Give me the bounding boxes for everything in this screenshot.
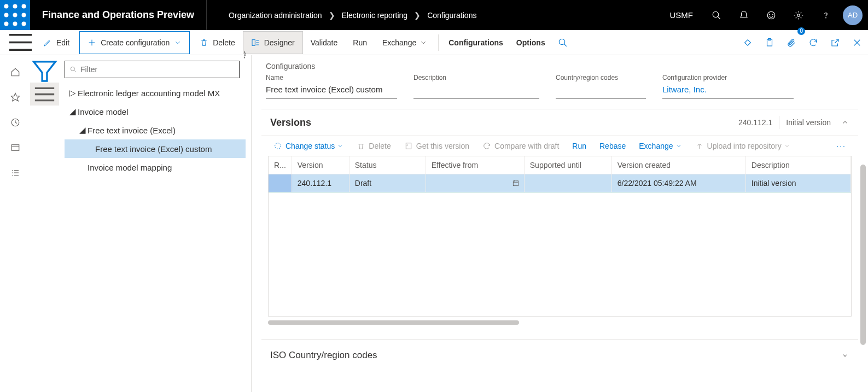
user-avatar[interactable]: AD <box>843 5 863 25</box>
app-launcher-button[interactable] <box>0 0 30 30</box>
legal-entity[interactable]: USMF <box>670 10 703 20</box>
caret-down-icon: ◢ <box>68 107 78 116</box>
search-icon[interactable] <box>703 0 730 30</box>
cell-desc[interactable]: Initial version <box>745 174 850 192</box>
field-value[interactable]: Free text invoice (Excel) custom <box>266 85 397 99</box>
edit-button[interactable]: Edit <box>36 32 77 53</box>
recent-icon[interactable] <box>0 110 30 135</box>
favorites-icon[interactable] <box>0 85 30 110</box>
configurations-tab[interactable]: Configurations <box>442 32 510 53</box>
cell-created[interactable]: 6/22/2021 05:49:22 AM <box>611 174 745 192</box>
field-label: Name <box>266 74 397 81</box>
cell-effective[interactable] <box>426 174 524 192</box>
detail-content: Configurations Name Free text invoice (E… <box>252 55 868 392</box>
field-value[interactable] <box>413 85 539 99</box>
tree-item[interactable]: ▷Electronic ledger accounting model MX <box>65 84 246 102</box>
attachment-badge: 0 <box>797 27 805 35</box>
settings-icon[interactable] <box>785 0 812 30</box>
options-tab[interactable]: Options <box>510 32 552 53</box>
col-r[interactable]: R... <box>269 156 292 174</box>
svg-point-2 <box>22 5 25 8</box>
field-value[interactable]: Litware, Inc. <box>662 85 794 99</box>
svg-rect-27 <box>745 39 751 45</box>
rebase-button[interactable]: Rebase <box>594 139 631 153</box>
svg-line-47 <box>74 71 76 72</box>
cell-supported[interactable] <box>524 174 611 192</box>
list-view-icon[interactable] <box>30 83 59 106</box>
cell-status[interactable]: Draft <box>349 174 426 192</box>
btn-label: Compare with draft <box>494 142 559 150</box>
toggle-nav-button[interactable] <box>5 30 36 55</box>
search-action-icon[interactable] <box>552 30 574 55</box>
create-configuration-button[interactable]: Create configuration <box>79 31 190 54</box>
separator <box>779 116 779 129</box>
versions-section-header[interactable]: Versions 240.112.1 Initial version <box>261 109 858 136</box>
filter-field[interactable] <box>80 65 235 74</box>
grid-empty-area <box>269 192 851 316</box>
col-description[interactable]: Description <box>745 156 850 174</box>
breadcrumb-item[interactable]: Electronic reporting <box>342 11 408 20</box>
svg-rect-49 <box>406 143 411 149</box>
grid-row[interactable]: 240.112.1 Draft 6/22/2021 05:49:22 AM In… <box>269 174 851 192</box>
page-title: Configurations <box>261 62 858 71</box>
notifications-icon[interactable] <box>730 0 758 30</box>
svg-point-6 <box>5 22 8 25</box>
tree-item-selected[interactable]: Free text invoice (Excel) custom <box>65 139 246 158</box>
home-icon[interactable] <box>0 60 30 85</box>
col-status[interactable]: Status <box>349 156 426 174</box>
calendar-icon[interactable] <box>512 179 520 187</box>
feedback-icon[interactable] <box>758 0 785 30</box>
iso-section-header[interactable]: ISO Country/region codes <box>261 340 858 371</box>
svg-point-9 <box>713 11 719 17</box>
action-toolbar: Edit Create configuration Delete Designe… <box>0 30 868 55</box>
run-button[interactable]: Run <box>345 32 375 53</box>
tree-item[interactable]: Invoice model mapping <box>65 158 246 177</box>
run-version-button[interactable]: Run <box>567 139 592 153</box>
btn-label: Delete <box>369 142 391 150</box>
refresh-icon[interactable] <box>802 30 824 55</box>
exchange-button[interactable]: Exchange <box>375 32 435 53</box>
header-fields: Name Free text invoice (Excel) custom De… <box>261 74 858 99</box>
exchange-version-button[interactable]: Exchange <box>633 139 687 153</box>
delete-button[interactable]: Delete <box>192 32 242 53</box>
delete-version-button[interactable]: Delete <box>351 139 396 153</box>
col-created[interactable]: Version created <box>611 156 745 174</box>
edit-label: Edit <box>56 38 69 47</box>
description-field: Description <box>413 74 539 99</box>
horizontal-scrollbar[interactable] <box>268 319 852 326</box>
get-version-button[interactable]: Get this version <box>399 139 475 153</box>
btn-label: Rebase <box>599 142 626 150</box>
svg-point-14 <box>797 14 800 16</box>
compare-button[interactable]: Compare with draft <box>477 139 564 153</box>
breadcrumb-item[interactable]: Organization administration <box>229 11 322 20</box>
popout-icon[interactable] <box>824 30 846 55</box>
col-version[interactable]: Version <box>292 156 349 174</box>
section-title: Versions <box>270 117 311 128</box>
attachments-icon[interactable]: 0 <box>780 30 802 55</box>
cell-version[interactable]: 240.112.1 <box>292 174 349 192</box>
workspace-icon[interactable] <box>0 135 30 160</box>
breadcrumb-item[interactable]: Configurations <box>427 11 476 20</box>
validate-button[interactable]: Validate <box>303 32 346 53</box>
clipboard-icon[interactable] <box>759 30 780 55</box>
close-icon[interactable] <box>846 30 868 55</box>
tree-filter-input[interactable] <box>65 61 240 78</box>
upload-repository-button[interactable]: Upload into repository <box>690 139 796 153</box>
header-right: USMF AD <box>670 0 869 30</box>
provider-field: Configuration provider Litware, Inc. <box>662 74 794 99</box>
scroll-thumb[interactable] <box>268 320 519 325</box>
field-value[interactable] <box>556 85 646 99</box>
col-effective[interactable]: Effective from <box>426 156 524 174</box>
diamond-icon[interactable] <box>737 30 759 55</box>
vertical-scrollbar[interactable] <box>860 165 866 345</box>
tree-item[interactable]: ◢Free text invoice (Excel) <box>65 121 246 139</box>
help-icon[interactable] <box>812 0 840 30</box>
designer-button[interactable]: Designer <box>243 31 303 54</box>
col-supported[interactable]: Supported until <box>524 156 611 174</box>
tree-item[interactable]: ◢Invoice model <box>65 102 246 121</box>
more-actions-button[interactable]: ··· <box>831 139 852 153</box>
svg-rect-51 <box>513 181 518 186</box>
cell-r[interactable] <box>269 174 292 192</box>
change-status-button[interactable]: Change status <box>268 139 349 153</box>
modules-icon[interactable] <box>0 160 30 185</box>
